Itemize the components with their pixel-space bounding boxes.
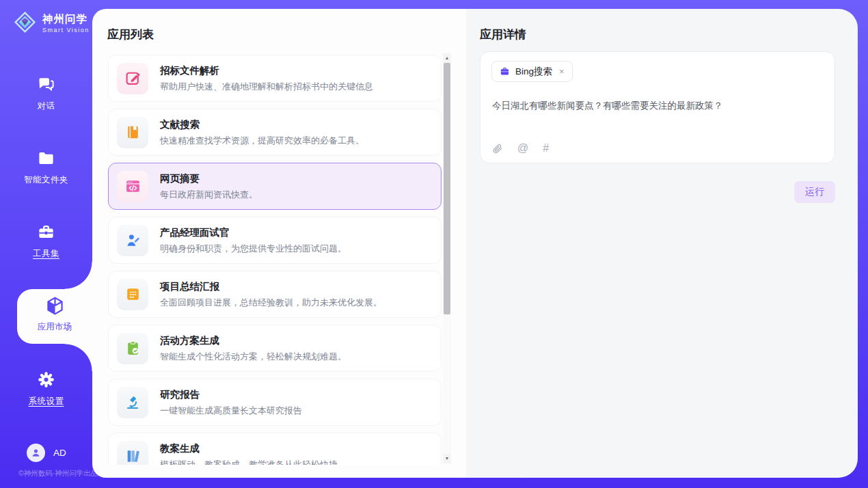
bubble-top-fillet (65, 262, 92, 289)
attachment-toolbar: @ # (492, 142, 549, 154)
app-desc: 每日政府新闻资讯快查。 (160, 189, 258, 201)
tag-close-icon[interactable]: × (559, 66, 565, 77)
sidebar-item-smart-folder[interactable]: 智能文件夹 (0, 149, 92, 186)
app-desc: 模板驱动，教案秒成，教学准备从此轻松快捷 (160, 459, 338, 465)
app-title: 招标文件解析 (160, 64, 373, 77)
clipboard-check-icon (117, 333, 148, 364)
app-detail-panel: 应用详情 Bing搜索 × 今日湖北有哪些新闻要点？有哪些需要关注的最新政策？ (466, 9, 858, 478)
query-input[interactable]: 今日湖北有哪些新闻要点？有哪些需要关注的最新政策？ (492, 99, 819, 113)
brand-subtitle: Smart Vision (42, 27, 90, 33)
hash-tag-icon[interactable]: # (543, 142, 549, 154)
app-detail-title: 应用详情 (480, 27, 835, 42)
app-desc: 帮助用户快速、准确地理解和解析招标书中的关键信息 (160, 81, 373, 93)
app-card-pm-interviewer[interactable]: 产品经理面试官 明确身份和职责，为您提供专业性的面试问题。 (108, 217, 442, 264)
app-desc: 一键智能生成高质量长文本研究报告 (160, 405, 302, 417)
books-icon (117, 441, 148, 465)
scrollbar-thumb[interactable] (444, 63, 450, 314)
book-icon (117, 117, 148, 148)
avatar (27, 444, 45, 462)
app-card-event-plan[interactable]: 活动方案生成 智能生成个性化活动方案，轻松解决规划难题。 (108, 325, 442, 372)
app-card-research-report[interactable]: 研究报告 一键智能生成高质量长文本研究报告 (108, 379, 442, 426)
sidebar-item-label: 系统设置 (0, 396, 92, 407)
app-list-panel: 应用列表 招标文件解析 帮助用户快速、准确地理解和解析招标书中的关键信息 (92, 9, 466, 478)
browser-code-icon (117, 171, 148, 202)
microscope-icon (117, 387, 148, 418)
app-card-project-summary[interactable]: 项目总结汇报 全面回顾项目进展，总结经验教训，助力未来优化发展。 (108, 271, 442, 318)
sidebar-item-label: 智能文件夹 (0, 174, 92, 186)
scroll-up-arrow-icon[interactable]: ▲ (443, 53, 451, 63)
bubble-bottom-fillet (65, 344, 92, 371)
main-content: 应用列表 招标文件解析 帮助用户快速、准确地理解和解析招标书中的关键信息 (92, 9, 858, 478)
sidebar-item-settings[interactable]: 系统设置 (0, 370, 92, 407)
cube-icon (44, 307, 66, 318)
copyright-footer: ©神州数码·神州问学出品 (18, 469, 98, 478)
sidebar-item-label: 工具集 (0, 248, 92, 260)
app-desc: 智能生成个性化活动方案，轻松解决规划难题。 (160, 351, 347, 363)
sidebar-item-label: 应用市场 (17, 321, 92, 333)
sidebar-item-chat[interactable]: 对话 (0, 75, 92, 112)
app-desc: 全面回顾项目进展，总结经验教训，助力未来优化发展。 (160, 297, 382, 309)
at-mention-icon[interactable]: @ (517, 142, 528, 154)
sidebar-item-toolset[interactable]: 工具集 (0, 223, 92, 260)
app-title: 研究报告 (160, 388, 302, 401)
app-card-lesson-plan[interactable]: 教案生成 模板驱动，教案秒成，教学准备从此轻松快捷 (108, 433, 442, 465)
user-account[interactable]: AD (27, 444, 66, 462)
app-desc: 明确身份和职责，为您提供专业性的面试问题。 (160, 243, 347, 255)
app-card-literature-search[interactable]: 文献搜索 快速精准查找学术资源，提高研究效率的必备工具。 (108, 109, 442, 156)
app-title: 活动方案生成 (160, 334, 347, 347)
app-title: 网页摘要 (160, 172, 258, 185)
document-edit-icon (117, 63, 148, 94)
prompt-card: Bing搜索 × 今日湖北有哪些新闻要点？有哪些需要关注的最新政策？ @ # (480, 51, 835, 163)
user-initials: AD (53, 448, 66, 458)
app-list-scrollbar[interactable]: ▲ ▼ (443, 53, 451, 463)
run-row: 运行 (480, 181, 835, 203)
app-list: 招标文件解析 帮助用户快速、准确地理解和解析招标书中的关键信息 文献搜索 快速精… (108, 55, 442, 465)
sidebar: 神州问学 Smart Vision 对话 智能文件夹 (0, 0, 92, 488)
run-button[interactable]: 运行 (794, 181, 835, 203)
tool-tag-bing-search[interactable]: Bing搜索 × (491, 61, 573, 82)
app-title: 教案生成 (160, 442, 338, 455)
notes-icon (117, 279, 148, 310)
scroll-down-arrow-icon[interactable]: ▼ (443, 454, 451, 463)
paperclip-icon[interactable] (492, 143, 503, 154)
app-card-tender-parse[interactable]: 招标文件解析 帮助用户快速、准确地理解和解析招标书中的关键信息 (108, 55, 442, 102)
briefcase-icon (500, 66, 510, 77)
app-title: 文献搜索 (160, 118, 364, 131)
app-title: 产品经理面试官 (160, 226, 347, 239)
gem-logo-icon (12, 10, 38, 38)
brand-name: 神州问学 (42, 13, 87, 25)
toolbox-icon (37, 232, 55, 243)
gear-icon (37, 379, 55, 391)
tool-tag-label: Bing搜索 (515, 66, 552, 78)
app-desc: 快速精准查找学术资源，提高研究效率的必备工具。 (160, 135, 364, 147)
chat-icon (37, 84, 55, 96)
brand-logo: 神州问学 Smart Vision (12, 10, 90, 38)
app-title: 项目总结汇报 (160, 280, 382, 293)
sidebar-item-label: 对话 (0, 100, 92, 112)
app-card-web-summary[interactable]: 网页摘要 每日政府新闻资讯快查。 (108, 163, 442, 210)
app-list-title: 应用列表 (107, 27, 154, 42)
folder-icon (37, 158, 55, 170)
interviewer-icon (117, 225, 148, 256)
sidebar-item-app-market[interactable]: 应用市场 (17, 289, 92, 344)
